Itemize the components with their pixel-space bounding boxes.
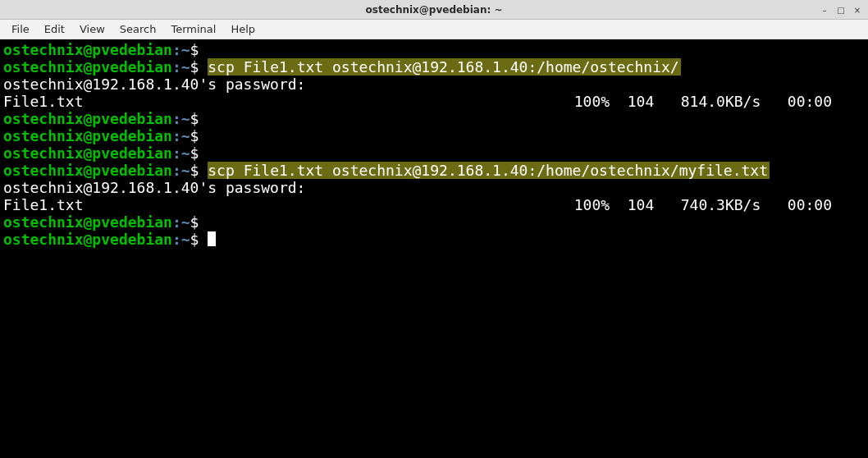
transfer-2-file: File1.txt bbox=[3, 196, 84, 213]
prompt-line: ostechnix@pvedebian:~$ bbox=[3, 110, 865, 127]
password-prompt-1: ostechnix@192.168.1.40's password: bbox=[3, 76, 865, 93]
transfer-2-stats: 100% 104 740.3KB/s 00:00 bbox=[574, 196, 865, 213]
prompt-line: ostechnix@pvedebian:~$ bbox=[3, 41, 865, 58]
prompt-line-cursor: ostechnix@pvedebian:~$ bbox=[3, 231, 865, 248]
prompt-path: ~ bbox=[181, 41, 190, 58]
password-prompt-2: ostechnix@192.168.1.40's password: bbox=[3, 179, 865, 196]
transfer-row-1: File1.txt100% 104 814.0KB/s 00:00 bbox=[3, 93, 865, 110]
command-1-text: scp File1.txt ostechnix@192.168.1.40:/ho… bbox=[208, 58, 680, 76]
close-button[interactable]: × bbox=[852, 4, 863, 16]
prompt-line: ostechnix@pvedebian:~$ bbox=[3, 127, 865, 144]
transfer-1-stats: 100% 104 814.0KB/s 00:00 bbox=[574, 93, 865, 110]
menu-search[interactable]: Search bbox=[113, 21, 163, 37]
terminal-window: ostechnix@pvedebian: ~ – □ × File Edit V… bbox=[0, 0, 868, 458]
command-line-1: ostechnix@pvedebian:~$ scp File1.txt ost… bbox=[3, 58, 865, 76]
command-line-2: ostechnix@pvedebian:~$ scp File1.txt ost… bbox=[3, 162, 865, 179]
minimize-button[interactable]: – bbox=[819, 4, 830, 16]
titlebar-controls: – □ × bbox=[819, 0, 863, 20]
titlebar: ostechnix@pvedebian: ~ – □ × bbox=[0, 0, 868, 20]
maximize-button[interactable]: □ bbox=[835, 4, 847, 16]
menubar: File Edit View Search Terminal Help bbox=[0, 20, 868, 39]
prompt-sep: : bbox=[172, 41, 181, 58]
prompt-symbol: $ bbox=[190, 41, 199, 58]
prompt-line: ostechnix@pvedebian:~$ bbox=[3, 213, 865, 231]
menu-file[interactable]: File bbox=[5, 21, 36, 37]
menu-edit[interactable]: Edit bbox=[38, 21, 71, 37]
menu-terminal[interactable]: Terminal bbox=[164, 21, 222, 37]
transfer-row-2: File1.txt100% 104 740.3KB/s 00:00 bbox=[3, 196, 865, 213]
window-title: ostechnix@pvedebian: ~ bbox=[366, 4, 503, 16]
prompt-line: ostechnix@pvedebian:~$ bbox=[3, 144, 865, 162]
menu-help[interactable]: Help bbox=[224, 21, 262, 37]
menu-view[interactable]: View bbox=[73, 21, 112, 37]
prompt-user-host: ostechnix@pvedebian bbox=[3, 41, 172, 58]
terminal-area[interactable]: ostechnix@pvedebian:~$ ostechnix@pvedebi… bbox=[0, 39, 868, 458]
transfer-1-file: File1.txt bbox=[3, 93, 84, 110]
cursor-icon bbox=[208, 231, 216, 246]
command-2-text: scp File1.txt ostechnix@192.168.1.40:/ho… bbox=[208, 162, 770, 179]
